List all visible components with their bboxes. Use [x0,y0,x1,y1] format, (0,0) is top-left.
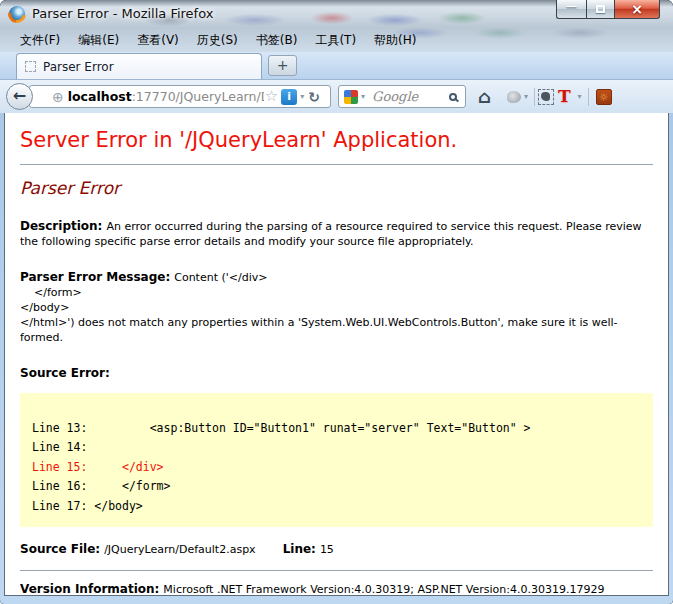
url-dropdown-icon[interactable]: ▾ [297,92,307,101]
divider [20,570,653,571]
url-bar[interactable]: ⊕ localhost:17770/JQueryLearn/Defau ☆ i … [29,85,331,108]
browser-window: Parser Error - Mozilla Firefox — × 文件(F)… [0,0,673,604]
error-page: Server Error in '/JQueryLearn' Applicati… [4,113,669,596]
home-button[interactable]: ⌂ [478,88,491,106]
page-title: Server Error in '/JQueryLearn' Applicati… [20,128,653,152]
extension-dropdown-icon-2[interactable]: ▾ [575,92,585,101]
menu-bookmarks[interactable]: 书签(B) [248,29,306,52]
code-context-before: Line 13: <asp:Button ID="Button1" runat=… [32,421,531,455]
url-host: localhost [68,89,132,104]
menu-view[interactable]: 查看(V) [129,29,187,52]
back-button[interactable]: ← [6,83,33,110]
source-error-heading: Source Error: [20,366,653,381]
window-controls: — × [556,0,660,19]
source-error-code-block: Line 13: <asp:Button ID="Button1" runat=… [20,393,653,527]
code-context-after: Line 16: </form> Line 17: </body> [32,479,170,513]
version-information: Version Information:Microsoft .NET Frame… [20,582,653,596]
maximize-button[interactable] [586,0,615,19]
source-file-label: Source File: [20,542,100,556]
url-path: :17770/JQueryLearn/Defau [132,89,264,104]
close-button[interactable]: × [615,0,660,19]
bookmark-star-icon[interactable]: ☆ [265,89,278,104]
titlebar[interactable]: Parser Error - Mozilla Firefox — × [0,0,673,28]
minimize-icon: — [566,4,577,10]
tab-parser-error[interactable]: Parser Error [16,53,262,79]
ie-tab-extension-icon[interactable]: i [281,89,297,105]
tab-title: Parser Error [43,60,114,74]
source-file-value: /JQueryLearn/Default2.aspx [104,543,255,556]
source-file-line: Source File:/JQueryLearn/Default2.aspxLi… [20,542,653,557]
google-icon [344,90,358,104]
line-label: Line: [283,542,316,556]
menu-tools[interactable]: 工具(T) [307,29,364,52]
navigation-toolbar: ← ⊕ localhost:17770/JQueryLearn/Defau ☆ … [0,80,673,113]
menu-help[interactable]: 帮助(H) [366,29,424,52]
divider [20,164,653,165]
source-error-label: Source Error: [20,366,110,380]
code-error-line: Line 15: </div> [32,460,164,474]
search-box[interactable]: ▾ Google [338,85,466,108]
extension-dropdown-icon-1[interactable]: ▾ [521,92,531,101]
back-icon: ← [13,88,26,104]
menubar: 文件(F) 编辑(E) 查看(V) 历史(S) 书签(B) 工具(T) 帮助(H… [0,28,673,52]
description-paragraph: Description:An error occurred during the… [20,219,653,249]
favicon-placeholder-icon [25,61,36,72]
new-tab-button[interactable]: + [268,55,297,76]
menu-history[interactable]: 历史(S) [189,29,246,52]
menu-file[interactable]: 文件(F) [12,29,68,52]
search-engine-dropdown-icon[interactable]: ▾ [358,92,368,101]
parser-error-label: Parser Error Message: [20,270,170,284]
version-label: Version Information: [20,582,159,596]
search-placeholder[interactable]: Google [368,89,449,104]
version-text: Microsoft .NET Framework Version:4.0.303… [163,583,604,596]
minimize-button[interactable]: — [556,0,586,19]
toolbar-separator [534,88,535,106]
error-type-heading: Parser Error [20,178,653,198]
parser-error-message: Parser Error Message:Content ('</div> </… [20,270,653,345]
globe-icon: ⊕ [52,90,64,104]
viewport-frame: Server Error in '/JQueryLearn' Applicati… [0,113,673,604]
text-extension-icon[interactable]: T [558,88,571,105]
description-text: An error occurred during the parsing of … [20,220,642,248]
window-title: Parser Error - Mozilla Firefox [32,6,213,21]
close-icon: × [631,1,643,17]
maximize-icon [596,5,605,13]
screen-clipper-extension-icon[interactable] [538,89,554,105]
reload-icon[interactable]: ↻ [308,89,320,105]
url-text[interactable]: localhost:17770/JQueryLearn/Defau [68,89,264,104]
settings-extension-icon[interactable]: ☼ [596,89,612,105]
toolbar-separator [588,88,589,106]
menu-edit[interactable]: 编辑(E) [70,29,127,52]
search-icon[interactable] [449,93,457,101]
line-value: 15 [320,543,334,556]
firefox-icon [9,6,25,22]
extension-icon-gray[interactable] [507,91,521,103]
description-label: Description: [20,219,102,233]
tab-bar: Parser Error + [0,52,673,80]
